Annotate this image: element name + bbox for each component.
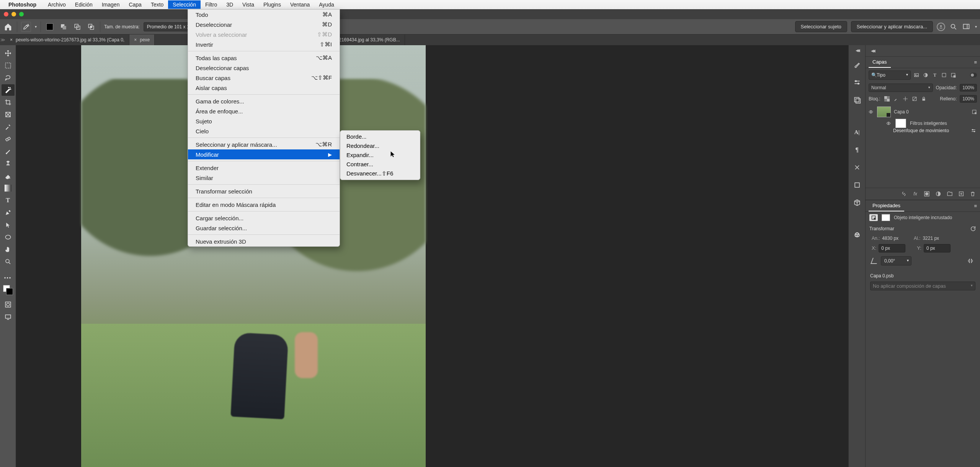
- visibility-icon[interactable]: [868, 110, 874, 114]
- menu-item[interactable]: Similar: [188, 173, 340, 183]
- 3d-panel-icon[interactable]: [852, 197, 862, 208]
- collapse-icon[interactable]: ◀◀: [869, 49, 876, 53]
- doc-tab-2[interactable]: × pexe: [129, 34, 155, 45]
- sel-subtract-icon[interactable]: [72, 22, 82, 32]
- layer-name[interactable]: Capa 0: [894, 109, 909, 115]
- link-layers-icon[interactable]: [900, 190, 907, 197]
- sel-add-icon[interactable]: [59, 22, 69, 32]
- menu-capa[interactable]: Capa: [124, 0, 146, 9]
- angle-select[interactable]: 0,00°: [881, 256, 911, 265]
- collapse-icon[interactable]: ◀◀: [853, 48, 861, 52]
- menu-archivo[interactable]: Archivo: [43, 0, 70, 9]
- flip-h-icon[interactable]: [967, 258, 974, 264]
- cloud-docs-icon[interactable]: [937, 23, 945, 31]
- tab-overflow-icon[interactable]: ≫: [0, 37, 5, 43]
- submenu-item[interactable]: Desvanecer...⇧F6: [340, 169, 420, 178]
- eyedropper-tool-icon[interactable]: [2, 121, 15, 133]
- group-icon[interactable]: [946, 190, 953, 197]
- libraries-panel-icon[interactable]: [852, 180, 862, 190]
- shape-tool-icon[interactable]: [2, 231, 15, 243]
- paragraph-panel-icon[interactable]: ¶: [852, 144, 862, 155]
- layer-filter-kind[interactable]: 🔍Tipo: [869, 70, 911, 80]
- menu-item[interactable]: Buscar capas⌥⇧⌘F: [188, 73, 340, 83]
- submenu-item[interactable]: Contraer...: [340, 160, 420, 169]
- crop-tool-icon[interactable]: [2, 97, 15, 108]
- edit-toolbar-icon[interactable]: •••: [2, 272, 15, 283]
- adjustments-panel-icon[interactable]: [852, 77, 862, 88]
- fx-icon[interactable]: fx: [912, 190, 919, 197]
- y-input[interactable]: [924, 244, 951, 252]
- color-swatches-icon[interactable]: [2, 284, 15, 298]
- panel-menu-icon[interactable]: ≡: [974, 203, 977, 209]
- blend-mode-select[interactable]: Normal: [869, 84, 933, 92]
- menu-edicion[interactable]: Edición: [70, 0, 97, 9]
- menu-item[interactable]: Deseleccionar capas: [188, 63, 340, 73]
- window-close-icon[interactable]: [4, 12, 8, 16]
- menu-item[interactable]: Deseleccionar⌘D: [188, 20, 340, 29]
- lock-paint-icon[interactable]: [893, 95, 900, 102]
- menu-item[interactable]: Aislar capas: [188, 83, 340, 93]
- menu-texto[interactable]: Texto: [146, 0, 168, 9]
- cc-libraries-icon[interactable]: [852, 229, 862, 240]
- sel-new-icon[interactable]: [45, 22, 55, 32]
- delete-layer-icon[interactable]: [969, 190, 976, 197]
- frame-tool-icon[interactable]: [2, 109, 15, 120]
- menu-3d[interactable]: 3D: [222, 0, 238, 9]
- tab-properties[interactable]: Propiedades: [869, 200, 904, 211]
- menu-item[interactable]: Gama de colores...: [188, 96, 340, 106]
- mask-icon[interactable]: [923, 190, 930, 197]
- zoom-tool-icon[interactable]: [2, 256, 15, 267]
- filter-pixel-icon[interactable]: [913, 72, 920, 79]
- submenu-item[interactable]: Borde...: [340, 132, 420, 141]
- filter-blend-icon[interactable]: [971, 128, 976, 133]
- submenu-item[interactable]: Expandir...: [340, 151, 420, 160]
- layer-comps-panel-icon[interactable]: [852, 95, 862, 105]
- smart-filter-item[interactable]: Desenfoque de movimiento: [866, 128, 980, 133]
- opacity-value[interactable]: 100%: [960, 84, 977, 92]
- filter-shape-icon[interactable]: [941, 72, 947, 79]
- lock-artboard-icon[interactable]: [911, 95, 918, 102]
- search-icon[interactable]: [950, 23, 957, 31]
- lock-all-icon[interactable]: [920, 95, 927, 102]
- filter-toggle[interactable]: [970, 73, 977, 77]
- transform-header[interactable]: Transformar: [869, 226, 894, 231]
- lock-transparent-icon[interactable]: [884, 95, 890, 102]
- window-zoom-icon[interactable]: [19, 12, 24, 16]
- menu-filtro[interactable]: Filtro: [201, 0, 222, 9]
- tab-layers[interactable]: Capas: [869, 57, 891, 68]
- x-input[interactable]: [879, 244, 905, 252]
- menu-item[interactable]: Extender: [188, 163, 340, 173]
- menu-item[interactable]: Todas las capas⌥⌘A: [188, 53, 340, 63]
- menu-item[interactable]: Seleccionar y aplicar máscara...⌥⌘R: [188, 139, 340, 149]
- move-tool-icon[interactable]: [2, 48, 15, 59]
- workspace-icon[interactable]: [962, 23, 970, 31]
- menu-plugins[interactable]: Plugins: [259, 0, 286, 9]
- spot-heal-tool-icon[interactable]: [2, 133, 15, 145]
- hand-tool-icon[interactable]: [2, 244, 15, 255]
- layer-thumb[interactable]: [877, 107, 891, 117]
- menu-item[interactable]: Todo⌘A: [188, 10, 340, 20]
- menu-vista[interactable]: Vista: [238, 0, 259, 9]
- magic-wand-tool-icon[interactable]: [2, 84, 15, 96]
- menu-item[interactable]: Guardar selección...: [188, 223, 340, 233]
- menu-ayuda[interactable]: Ayuda: [314, 0, 338, 9]
- select-subject-button[interactable]: Seleccionar sujeto: [795, 21, 847, 32]
- adjustment-layer-icon[interactable]: [935, 190, 942, 197]
- screen-mode-icon[interactable]: [2, 311, 15, 323]
- home-button[interactable]: [3, 22, 13, 32]
- menu-seleccion[interactable]: Selección: [168, 0, 201, 9]
- menu-item[interactable]: Cargar selección...: [188, 213, 340, 223]
- smart-filters-header[interactable]: Filtros inteligentes: [866, 119, 980, 128]
- current-tool-icon[interactable]: [21, 22, 31, 32]
- pen-tool-icon[interactable]: [2, 207, 15, 218]
- clone-stamp-tool-icon[interactable]: [2, 158, 15, 169]
- menu-item[interactable]: Cielo: [188, 126, 340, 136]
- reset-icon[interactable]: [970, 226, 976, 232]
- brushes-panel-icon[interactable]: [852, 59, 862, 70]
- gradient-tool-icon[interactable]: [2, 182, 15, 194]
- lock-position-icon[interactable]: [902, 95, 909, 102]
- chevron-down-icon[interactable]: ▾: [975, 25, 977, 29]
- path-select-tool-icon[interactable]: [2, 219, 15, 231]
- type-tool-icon[interactable]: T: [2, 195, 15, 206]
- layer-row-capa0[interactable]: Capa 0: [866, 105, 980, 119]
